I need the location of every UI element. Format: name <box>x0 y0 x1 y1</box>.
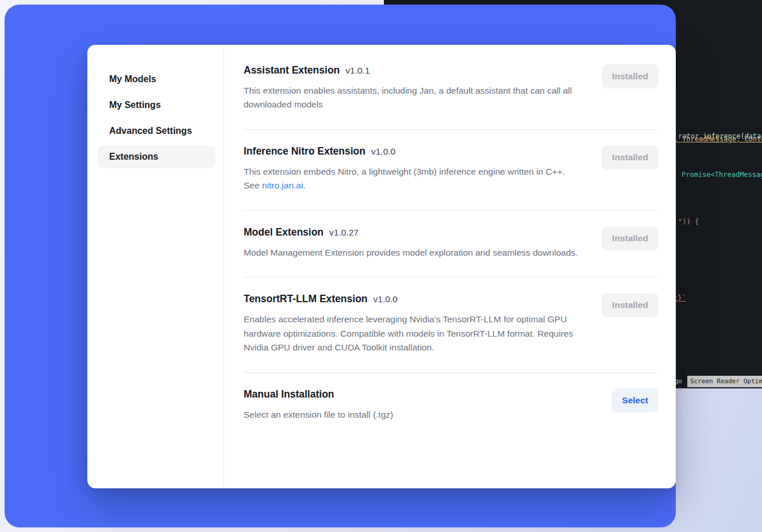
extension-description: Enables accelerated inference leveraging… <box>244 313 580 354</box>
extension-description: Select an extension file to install (.tg… <box>244 408 580 422</box>
installed-button[interactable]: Installed <box>602 293 659 317</box>
installed-button[interactable]: Installed <box>602 226 659 250</box>
sidebar-item-my-models[interactable]: My Models <box>98 68 215 91</box>
code-fragment: Promise<ThreadMessage> <box>682 171 762 179</box>
extension-row-model: Model Extensionv1.0.27 Model Management … <box>244 211 659 277</box>
extension-row-tensorrt: TensortRT-LLM Extensionv1.0.0 Enables ac… <box>244 277 659 372</box>
extension-description: This extension embeds Nitro, a lightweig… <box>244 165 580 193</box>
installed-button[interactable]: Installed <box>602 64 659 88</box>
sidebar-item-my-settings[interactable]: My Settings <box>98 94 215 117</box>
installed-button[interactable]: Installed <box>602 145 659 169</box>
extension-version: v1.0.1 <box>345 65 370 75</box>
select-file-button[interactable]: Select <box>611 388 659 413</box>
manual-installation-row: Manual Installation Select an extension … <box>244 373 659 439</box>
extensions-list: Assistant Extensionv1.0.1 This extension… <box>224 45 676 488</box>
extension-title: Model Extension <box>244 226 324 238</box>
code-fragment: ")) { <box>678 218 699 226</box>
extension-version: v1.0.0 <box>374 294 398 304</box>
extension-description: Model Management Extension provides mode… <box>244 246 580 260</box>
extension-row-assistant: Assistant Extensionv1.0.1 This extension… <box>244 61 659 130</box>
extension-row-nitro: Inference Nitro Extensionv1.0.0 This ext… <box>244 130 659 211</box>
screen-reader-badge: Screen Reader Optimize <box>687 376 762 387</box>
sidebar-item-advanced-settings[interactable]: Advanced Settings <box>98 119 215 142</box>
nitro-link[interactable]: nitro.jan.ai <box>262 180 303 190</box>
desktop: 2 * The entrypoint for the plugin. 3 */ … <box>0 0 762 532</box>
extension-title: Inference Nitro Extension <box>244 145 365 157</box>
extension-version: v1.0.27 <box>329 228 359 237</box>
code-fragment: rator.inference(data)); <box>678 132 762 140</box>
extension-version: v1.0.0 <box>371 147 395 156</box>
extension-title: Assistant Extension <box>244 64 340 76</box>
extension-title: TensortRT-LLM Extension <box>244 293 368 304</box>
sidebar-item-extensions[interactable]: Extensions <box>98 145 215 168</box>
extension-title: Manual Installation <box>244 388 334 400</box>
settings-sidebar: My Models My Settings Advanced Settings … <box>87 45 224 488</box>
extension-description: This extension enables assistants, inclu… <box>244 84 580 112</box>
settings-modal: My Models My Settings Advanced Settings … <box>87 45 676 488</box>
